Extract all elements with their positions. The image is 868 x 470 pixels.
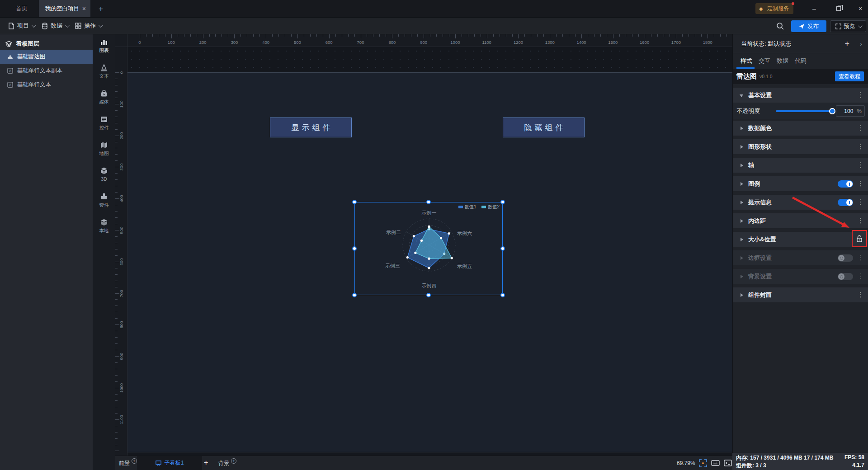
shortcut-keys-button[interactable]: [711, 459, 720, 467]
new-tab-button[interactable]: +: [96, 4, 106, 14]
search-button[interactable]: [776, 22, 786, 31]
inspector-tab-4[interactable]: 代码: [795, 57, 807, 65]
expand-arrow-icon[interactable]: [741, 145, 743, 149]
hide-component-button[interactable]: 隐藏组件: [503, 118, 585, 137]
resize-handle[interactable]: [426, 200, 431, 204]
opacity-input[interactable]: 100 %: [836, 105, 865, 117]
section-menu-icon[interactable]: ⋮: [857, 273, 864, 280]
add-board-button[interactable]: +: [204, 459, 208, 467]
resize-handle[interactable]: [500, 200, 505, 204]
background-label[interactable]: 背景: [218, 460, 229, 467]
console-button[interactable]: [724, 459, 732, 467]
show-component-button[interactable]: 显示组件: [270, 118, 352, 137]
menu-project[interactable]: 项目: [5, 18, 38, 34]
expand-arrow-icon[interactable]: [741, 275, 743, 278]
section-toggle[interactable]: [838, 254, 853, 262]
add-background-icon[interactable]: +: [231, 458, 236, 464]
tab-close-icon[interactable]: ×: [82, 5, 86, 12]
expand-arrow-icon[interactable]: [741, 201, 743, 204]
foreground-label[interactable]: 前景: [119, 460, 130, 467]
subboard-tab[interactable]: 子看板1: [137, 456, 202, 470]
section-menu-icon[interactable]: ⋮: [857, 180, 864, 187]
zoom-percent[interactable]: 69.79%: [677, 460, 695, 466]
expand-arrow-icon[interactable]: [741, 164, 743, 167]
legend-item[interactable]: 数值2: [481, 204, 500, 210]
slider-knob[interactable]: [829, 108, 835, 114]
dashboard-page[interactable]: 显示组件 隐藏组件 示例一示例二示例三示例四示例五示例六 数值1数值2: [127, 72, 732, 452]
section-menu-icon[interactable]: ⋮: [857, 124, 864, 132]
tutorial-button[interactable]: 查看教程: [835, 71, 864, 81]
inspector-tab-2[interactable]: 交互: [759, 57, 770, 65]
rail-item-map[interactable]: 地图: [93, 141, 115, 163]
minimize-button[interactable]: –: [807, 4, 821, 14]
inspector-tabs: 样式交互数据代码: [733, 53, 868, 69]
fit-screen-button[interactable]: [699, 459, 708, 467]
collapse-arrow-icon[interactable]: [740, 94, 743, 97]
publish-button[interactable]: 发布: [791, 20, 826, 32]
section-图形形状[interactable]: 图形形状⋮: [733, 139, 868, 154]
custom-service-badge[interactable]: ◆ 定制服务: [755, 3, 793, 14]
section-基本设置[interactable]: 基本设置⋮: [733, 88, 868, 103]
rail-item-chart[interactable]: 图表: [93, 38, 115, 60]
menu-actions[interactable]: 操作: [71, 18, 105, 34]
expand-arrow-icon[interactable]: [741, 293, 743, 297]
add-foreground-icon[interactable]: +: [132, 458, 137, 464]
expand-states-icon[interactable]: ›: [860, 40, 862, 47]
resize-handle[interactable]: [352, 246, 357, 251]
expand-arrow-icon[interactable]: [741, 238, 743, 241]
notification-dot: [792, 2, 794, 5]
rail-item-local[interactable]: 本地: [93, 218, 115, 240]
section-toggle[interactable]: [838, 273, 853, 280]
layer-item-2[interactable]: A基础单行文本副本: [0, 64, 93, 78]
rail-item-control[interactable]: 控件: [93, 115, 115, 137]
resize-handle[interactable]: [426, 293, 431, 297]
section-menu-icon[interactable]: ⋮: [857, 198, 864, 206]
resize-handle[interactable]: [500, 293, 505, 297]
resize-handle[interactable]: [352, 200, 357, 204]
tab-project[interactable]: 我的空白项目 ×: [39, 0, 90, 17]
section-内边距[interactable]: 内边距⋮: [733, 213, 868, 228]
close-button[interactable]: ×: [854, 4, 867, 14]
section-组件封面[interactable]: 组件封面⋮: [733, 287, 868, 302]
rail-item-cube[interactable]: 3D: [93, 167, 115, 188]
layer-item-1[interactable]: 基础雷达图: [0, 50, 93, 64]
resize-handle[interactable]: [352, 293, 357, 297]
layer-item-3[interactable]: A基础单行文本: [0, 78, 93, 92]
section-图例[interactable]: 图例⋮: [733, 176, 868, 191]
expand-arrow-icon[interactable]: [741, 182, 743, 186]
menu-data[interactable]: 数据: [38, 18, 72, 34]
opacity-slider[interactable]: [776, 110, 832, 112]
section-menu-icon[interactable]: ⋮: [857, 217, 864, 224]
add-state-button[interactable]: +: [844, 39, 849, 49]
expand-arrow-icon[interactable]: [741, 256, 743, 260]
maximize-button[interactable]: [832, 4, 845, 14]
radar-chart-component[interactable]: 示例一示例二示例三示例四示例五示例六 数值1数值2: [354, 202, 503, 295]
tab-home[interactable]: 首页: [5, 0, 38, 17]
rail-item-kit[interactable]: 套件: [93, 193, 115, 214]
section-背景设置[interactable]: 背景设置⋮: [733, 269, 868, 284]
section-menu-icon[interactable]: ⋮: [857, 91, 864, 99]
legend-item[interactable]: 数值1: [458, 204, 476, 210]
section-边框设置[interactable]: 边框设置⋮: [733, 250, 868, 265]
expand-arrow-icon[interactable]: [741, 219, 743, 223]
expand-arrow-icon[interactable]: [741, 127, 743, 130]
section-menu-icon[interactable]: ⋮: [857, 161, 864, 169]
section-toggle[interactable]: [838, 180, 853, 188]
inspector-tab-1[interactable]: 样式: [741, 57, 752, 65]
section-toggle[interactable]: [838, 199, 853, 206]
section-menu-icon[interactable]: ⋮: [857, 291, 864, 298]
section-提示信息[interactable]: 提示信息⋮: [733, 195, 868, 210]
resize-handle[interactable]: [500, 246, 505, 251]
rail-item-media[interactable]: 媒体: [93, 89, 115, 111]
section-轴[interactable]: 轴⋮: [733, 158, 868, 173]
section-menu-icon[interactable]: ⋮: [857, 143, 864, 150]
inspector-tab-3[interactable]: 数据: [777, 57, 788, 65]
ruler-tick: [304, 34, 304, 37]
lock-icon[interactable]: [856, 235, 863, 243]
preview-button[interactable]: 预览: [830, 20, 866, 32]
section-menu-icon[interactable]: ⋮: [857, 254, 864, 261]
rail-item-text[interactable]: 文本: [93, 64, 115, 85]
section-大小&位置[interactable]: 大小&位置: [733, 232, 868, 247]
workspace[interactable]: 显示组件 隐藏组件 示例一示例二示例三示例四示例五示例六 数值1数值2: [127, 47, 732, 456]
section-数据颜色[interactable]: 数据颜色⋮: [733, 121, 868, 136]
